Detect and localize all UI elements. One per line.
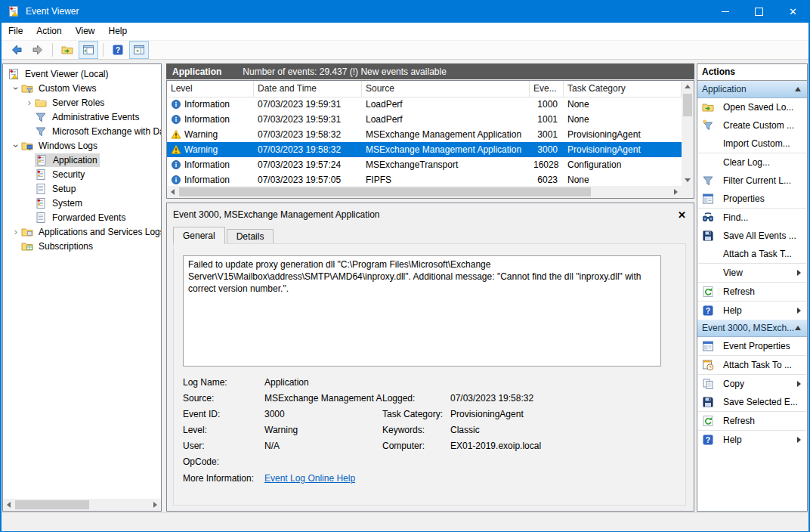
event-fields: Log Name:ApplicationSource:MSExchange Ma… bbox=[183, 377, 678, 489]
menu-help[interactable]: Help bbox=[102, 23, 134, 40]
event-source: FIPFS bbox=[362, 175, 530, 185]
tree-item-event-viewer-local[interactable]: Event Viewer (Local) bbox=[3, 66, 161, 81]
action-attach-task-to-event[interactable]: Attach Task To ... bbox=[697, 356, 807, 374]
open-saved-log-button[interactable] bbox=[57, 41, 77, 59]
action-save-all-events[interactable]: Save All Events ... bbox=[697, 227, 807, 245]
menu-file[interactable]: File bbox=[2, 23, 29, 40]
column-header-source[interactable]: Source bbox=[362, 81, 530, 97]
tree-item-label: Server Roles bbox=[50, 97, 107, 108]
event-row[interactable]: Information07/03/2023 19:57:24MSExchange… bbox=[167, 157, 682, 172]
tree-item-windows-logs[interactable]: ›Windows Logs bbox=[3, 138, 161, 153]
tree-scroll-thumb[interactable] bbox=[15, 500, 89, 509]
show-console-tree-button[interactable] bbox=[79, 41, 98, 59]
blank-icon bbox=[702, 138, 714, 150]
minimize-button[interactable] bbox=[708, 0, 742, 23]
forward-icon bbox=[32, 44, 44, 56]
action-label: Attach Task To ... bbox=[723, 360, 801, 370]
action-open-saved-log[interactable]: Open Saved Lo... bbox=[697, 98, 807, 116]
event-log-online-help-link[interactable]: Event Log Online Help bbox=[264, 473, 355, 489]
action-label: Help bbox=[723, 435, 797, 445]
expand-arrow-icon[interactable]: › bbox=[11, 227, 21, 237]
actions-section-event-3000-msexch[interactable]: Event 3000, MSExch... bbox=[697, 320, 807, 337]
event-category: Configuration bbox=[564, 159, 682, 170]
close-button[interactable]: ✕ bbox=[776, 0, 810, 23]
actions-body: ApplicationOpen Saved Lo...Create Custom… bbox=[697, 81, 807, 449]
action-properties[interactable]: Properties bbox=[697, 190, 807, 208]
tree-horizontal-scrollbar[interactable] bbox=[3, 499, 161, 511]
tab-details[interactable]: Details bbox=[227, 229, 274, 244]
menu-action[interactable]: Action bbox=[29, 23, 68, 40]
show-action-pane-button[interactable] bbox=[129, 41, 149, 59]
scroll-up-button[interactable] bbox=[682, 81, 694, 92]
collapse-section-icon[interactable] bbox=[795, 87, 801, 91]
action-event-properties[interactable]: Event Properties bbox=[697, 337, 807, 355]
column-header-task-category[interactable]: Task Category bbox=[564, 81, 682, 97]
tree-item-administrative-events[interactable]: Administrative Events bbox=[3, 110, 161, 124]
tree-item-server-roles[interactable]: ›Server Roles bbox=[3, 95, 161, 110]
action-attach-task-to-log[interactable]: Attach a Task T... bbox=[697, 245, 807, 263]
event-list-vertical-scrollbar[interactable] bbox=[682, 81, 694, 186]
action-view[interactable]: View bbox=[697, 264, 807, 282]
action-help-event[interactable]: ?Help bbox=[697, 431, 807, 449]
scroll-down-button[interactable] bbox=[682, 175, 694, 186]
action-help[interactable]: ?Help bbox=[697, 302, 807, 320]
action-filter-current-log[interactable]: Filter Current L... bbox=[697, 172, 807, 190]
scroll-right-button[interactable] bbox=[150, 499, 161, 511]
action-clear-log[interactable]: Clear Log... bbox=[697, 153, 807, 172]
action-import-custom-view[interactable]: Import Custom... bbox=[697, 135, 807, 153]
actions-section-application[interactable]: Application bbox=[697, 81, 807, 98]
field-value: 3000 bbox=[264, 409, 382, 419]
action-create-custom-view[interactable]: Create Custom ... bbox=[697, 116, 807, 135]
field-value: Application bbox=[264, 377, 382, 388]
action-copy[interactable]: Copy bbox=[697, 375, 807, 393]
event-id: 1000 bbox=[530, 99, 564, 110]
expand-arrow-icon[interactable]: › bbox=[24, 97, 35, 108]
more-information-label: More Information: bbox=[183, 473, 264, 489]
action-find[interactable]: Find... bbox=[697, 209, 807, 227]
console-tree: Event Viewer (Local)›Custom Views›Server… bbox=[3, 64, 161, 499]
tree-item-forwarded-events[interactable]: Forwarded Events bbox=[3, 210, 161, 224]
tree-item-setup[interactable]: Setup bbox=[3, 181, 161, 196]
back-button[interactable] bbox=[7, 41, 26, 59]
forward-button[interactable] bbox=[28, 41, 48, 59]
event-row[interactable]: Warning07/03/2023 19:58:32MSExchange Man… bbox=[167, 142, 682, 157]
event-source: MSExchange Management Application bbox=[362, 144, 530, 155]
tree-item-application[interactable]: Application bbox=[3, 153, 161, 167]
collapse-arrow-icon[interactable]: › bbox=[11, 141, 21, 151]
field-row: Source:MSExchange Management ALogged:07/… bbox=[183, 393, 678, 409]
scroll-left-button[interactable] bbox=[167, 186, 178, 198]
collapse-arrow-icon[interactable]: › bbox=[11, 83, 21, 94]
event-list-hscroll-thumb[interactable] bbox=[179, 187, 591, 196]
tab-general[interactable]: General bbox=[173, 227, 225, 244]
event-row[interactable]: Information07/03/2023 19:57:05FIPFS6023N… bbox=[167, 172, 682, 186]
event-list-horizontal-scrollbar[interactable] bbox=[167, 186, 682, 198]
event-row[interactable]: Information07/03/2023 19:59:31LoadPerf10… bbox=[167, 97, 682, 112]
menu-view[interactable]: View bbox=[69, 23, 102, 40]
event-list-rows: Information07/03/2023 19:59:31LoadPerf10… bbox=[167, 97, 682, 186]
tree-item-subscriptions[interactable]: Subscriptions bbox=[3, 239, 161, 253]
action-save-selected-events[interactable]: Save Selected E... bbox=[697, 393, 807, 411]
column-header-eve[interactable]: Eve... bbox=[530, 81, 564, 97]
tree-item-applications-and-services-logs[interactable]: ›Applications and Services Logs bbox=[3, 224, 161, 239]
collapse-section-icon[interactable] bbox=[795, 326, 801, 330]
svg-text:?: ? bbox=[706, 435, 710, 444]
close-details-icon[interactable]: ✕ bbox=[678, 209, 686, 221]
tree-item-microsoft-exchange-with-da[interactable]: Microsoft Exchange with Da bbox=[3, 124, 161, 138]
tree-item-custom-views[interactable]: ›Custom Views bbox=[3, 81, 161, 95]
event-row[interactable]: Information07/03/2023 19:59:31LoadPerf10… bbox=[167, 112, 682, 127]
column-header-date-and-time[interactable]: Date and Time bbox=[254, 81, 362, 97]
column-header-level[interactable]: Level bbox=[167, 81, 254, 97]
help-button[interactable]: ? bbox=[108, 41, 128, 59]
tree-item-system[interactable]: System bbox=[3, 196, 161, 210]
event-row[interactable]: Warning07/03/2023 19:58:32MSExchange Man… bbox=[167, 127, 682, 142]
event-list-scroll-thumb[interactable] bbox=[683, 94, 692, 116]
tree-item-security[interactable]: Security bbox=[3, 167, 161, 181]
scroll-right-button[interactable] bbox=[670, 186, 682, 198]
field-value: Warning bbox=[264, 425, 382, 435]
action-refresh[interactable]: Refresh bbox=[697, 283, 807, 301]
tree-item-label: Applications and Services Logs bbox=[36, 227, 161, 237]
scroll-left-button[interactable] bbox=[3, 499, 14, 511]
maximize-button[interactable] bbox=[742, 0, 776, 23]
action-refresh-event[interactable]: Refresh bbox=[697, 412, 807, 430]
field-value: N/A bbox=[264, 441, 382, 451]
